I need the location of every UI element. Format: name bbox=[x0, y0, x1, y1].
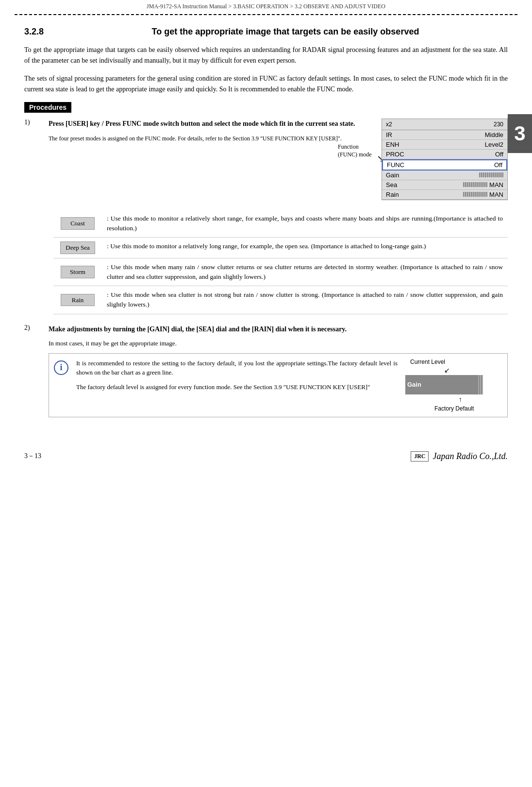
factory-default-arrow-row: ↑ bbox=[405, 395, 502, 403]
mode-btn-deepsea-cell: Deep Sea bbox=[53, 238, 102, 258]
mode-btn-storm-cell: Storm bbox=[53, 258, 102, 286]
storm-button: Storm bbox=[61, 266, 95, 278]
gain-bar-graphic bbox=[479, 172, 503, 177]
current-level-arrow: ↙ bbox=[444, 366, 450, 374]
func-value-func: Off bbox=[494, 161, 502, 169]
mode-desc-storm: : Use this mode when many rain / snow cl… bbox=[102, 258, 508, 286]
paragraph-2: The sets of signal processing parameters… bbox=[24, 73, 508, 95]
mode-btn-rain-cell: Rain bbox=[53, 286, 102, 314]
step-2: 2) Make adjustments by turning the [GAIN… bbox=[24, 324, 508, 422]
func-value-ir: Middle bbox=[485, 131, 503, 138]
gain-bar-container: Gain bbox=[405, 375, 483, 394]
coast-button: Coast bbox=[61, 217, 95, 230]
step-2-bold: Make adjustments by turning the [GAIN] d… bbox=[49, 324, 508, 335]
paragraph-1: To get the appropriate image that target… bbox=[24, 45, 508, 67]
step-1-main-row: Press [USER] key / Press FUNC mode switc… bbox=[49, 119, 508, 200]
rain-man-label: MAN bbox=[489, 191, 503, 198]
dashed-divider bbox=[15, 14, 517, 15]
func-header-left: x2 bbox=[386, 121, 392, 128]
step-1-note: The four preset modes is assigned on the… bbox=[49, 134, 367, 143]
section-number: 3.2.8 bbox=[24, 27, 63, 37]
mode-table: Coast : Use this mode to monitor a relat… bbox=[53, 210, 508, 314]
factory-default-arrow: ↑ bbox=[459, 395, 462, 403]
func-label-enh: ENH bbox=[386, 141, 399, 148]
func-row-rain: Rain MAN bbox=[382, 190, 507, 200]
section-heading: 3.2.8 To get the appropriate image that … bbox=[24, 27, 508, 37]
func-row-gain: Gain bbox=[382, 171, 507, 180]
jrc-label: JRC bbox=[411, 451, 429, 462]
func-bar-rain: MAN bbox=[463, 191, 503, 198]
func-label-ir: IR bbox=[386, 131, 392, 138]
info-diagram: Current Level ↙ Gain ↑ Factor bbox=[405, 359, 502, 412]
func-diagram: x2 230 IR Middle ENH Level2 bbox=[382, 119, 508, 200]
factory-default-text: Factory Default bbox=[434, 405, 474, 412]
mode-btn-coast-cell: Coast bbox=[53, 210, 102, 238]
breadcrumb: JMA-9172-SA Instruction Manual > 3.BASIC… bbox=[0, 0, 532, 12]
mode-row-rain: Rain : Use this mode when sea clutter is… bbox=[53, 286, 508, 314]
section-title: To get the appropriate image that target… bbox=[63, 27, 508, 37]
func-label-proc: PROC bbox=[386, 151, 404, 158]
mode-desc-rain: : Use this mode when sea clutter is not … bbox=[102, 286, 508, 314]
footer-logo: JRC Japan Radio Co.,Ltd. bbox=[411, 451, 508, 462]
sea-bar-graphic bbox=[463, 182, 487, 187]
func-bar-sea: MAN bbox=[463, 181, 503, 188]
mode-desc-coast: : Use this mode to monitor a relatively … bbox=[102, 210, 508, 238]
func-label-func: FUNC bbox=[387, 161, 404, 169]
info-box: i It is recommended to restore the setti… bbox=[49, 353, 508, 417]
func-value-proc: Off bbox=[495, 151, 503, 158]
current-level-label: Current Level bbox=[410, 359, 445, 365]
func-row-enh: ENH Level2 bbox=[382, 140, 507, 150]
step-1-text-block: Press [USER] key / Press FUNC mode switc… bbox=[49, 119, 367, 143]
info-icon: i bbox=[54, 360, 68, 375]
rain-button: Rain bbox=[61, 294, 95, 307]
func-label-rain: Rain bbox=[386, 191, 399, 198]
info-text-block: It is recommended to restore the setting… bbox=[76, 359, 398, 412]
func-row-sea: Sea MAN bbox=[382, 180, 507, 190]
info-text-2: The factory default level is assigned fo… bbox=[76, 382, 398, 392]
footer: 3－13 JRC Japan Radio Co.,Ltd. bbox=[0, 442, 532, 466]
gain-bar-label: Gain bbox=[407, 381, 421, 388]
func-row-ir: IR Middle bbox=[382, 130, 507, 140]
step-1-number: 1) bbox=[24, 119, 30, 126]
step-2-content: Make adjustments by turning the [GAIN] d… bbox=[49, 324, 508, 422]
func-value-enh: Level2 bbox=[485, 141, 503, 148]
step-1: 1) Press [USER] key / Press FUNC mode sw… bbox=[24, 119, 508, 200]
func-row-proc: PROC Off bbox=[382, 150, 507, 159]
mode-row-storm: Storm : Use this mode when many rain / s… bbox=[53, 258, 508, 286]
gain-bar-fill bbox=[478, 375, 483, 394]
func-bar-gain bbox=[479, 171, 503, 179]
step-1-bold: Press [USER] key / Press FUNC mode switc… bbox=[49, 119, 367, 129]
chapter-tab: 3 bbox=[508, 114, 532, 153]
sea-man-label: MAN bbox=[489, 181, 503, 188]
step-1-content: Press [USER] key / Press FUNC mode switc… bbox=[49, 119, 508, 200]
info-text-1: It is recommended to restore the setting… bbox=[76, 359, 398, 377]
deepsea-button: Deep Sea bbox=[60, 241, 95, 254]
factory-default-label: Factory Default bbox=[405, 405, 502, 412]
func-diagram-container: Function(FUNC) mode ↘ x2 230 IR Middle bbox=[382, 119, 508, 200]
func-label-sea: Sea bbox=[386, 181, 397, 188]
rain-bar-graphic bbox=[463, 192, 487, 197]
func-header-right: 230 bbox=[494, 121, 503, 128]
step-2-number: 2) bbox=[24, 324, 30, 331]
mode-desc-deepsea: : Use this mode to monitor a relatively … bbox=[102, 238, 508, 258]
mode-row-coast: Coast : Use this mode to monitor a relat… bbox=[53, 210, 508, 238]
current-level-label-row: Current Level bbox=[405, 359, 502, 365]
company-name: Japan Radio Co.,Ltd. bbox=[432, 451, 508, 462]
mode-row-deepsea: Deep Sea : Use this mode to monitor a re… bbox=[53, 238, 508, 258]
func-diagram-header: x2 230 bbox=[382, 119, 507, 130]
func-diagram-label: Function(FUNC) mode bbox=[338, 143, 372, 159]
page-number: 3－13 bbox=[24, 452, 41, 461]
step-2-note: In most cases, it may be get the appropr… bbox=[49, 340, 508, 347]
main-content: 3 3.2.8 To get the appropriate image tha… bbox=[0, 17, 532, 442]
func-label-gain: Gain bbox=[386, 171, 399, 179]
procedures-badge: Procedures bbox=[24, 102, 71, 113]
func-row-func: FUNC Off bbox=[382, 159, 507, 171]
current-level-arrow-row: ↙ bbox=[405, 366, 502, 374]
